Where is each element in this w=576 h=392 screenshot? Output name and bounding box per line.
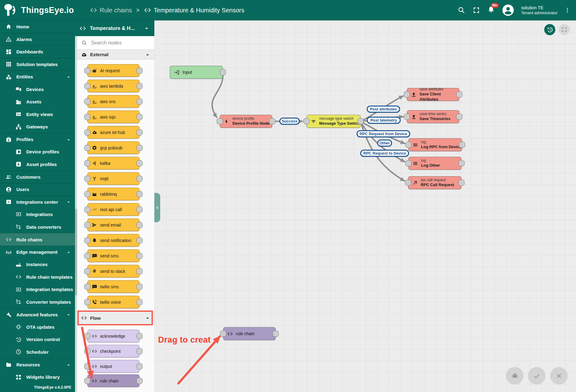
canvas-node-message-type-switch[interactable]: message type switchMessage Type Switch [307, 115, 361, 128]
input-port[interactable] [84, 268, 90, 274]
output-port[interactable] [273, 331, 279, 337]
sidebar-item-scheduler[interactable]: Scheduler [0, 346, 75, 358]
canvas-node-rpc-call-request[interactable]: rpc call requestRPC Call Request [408, 176, 461, 189]
sidebar-item-integrations[interactable]: Integrations [0, 208, 75, 221]
output-port[interactable] [136, 333, 143, 339]
input-port[interactable] [84, 363, 90, 369]
link-label-rpc-request-from-device[interactable]: RPC Request from Device [357, 130, 410, 137]
output-port[interactable] [136, 160, 143, 166]
sidebar-item-alarms[interactable]: Alarms [0, 33, 75, 46]
sidebar-item-data-converters[interactable]: Data converters [0, 221, 75, 233]
sidebar-item-profiles[interactable]: Profiles [0, 133, 75, 146]
input-port[interactable] [404, 91, 410, 98]
chevron-up-icon[interactable] [66, 199, 71, 205]
palette-node-kafka[interactable]: kafka [87, 157, 140, 169]
palette-node-mqtt[interactable]: mqtt [87, 172, 140, 185]
chevron-up-icon[interactable] [66, 362, 71, 368]
palette-node-gcp-pubsub[interactable]: gcp pubsub [87, 141, 140, 154]
avatar[interactable] [502, 4, 514, 16]
palette-node-send-to-slack[interactable]: send to slack [87, 265, 140, 277]
palette-scrollbar-thumb[interactable] [75, 209, 77, 295]
chevron-up-icon[interactable] [66, 74, 71, 80]
output-port[interactable] [136, 83, 143, 89]
input-port[interactable] [84, 191, 90, 197]
input-port[interactable] [84, 83, 90, 89]
more-vert-icon[interactable] [564, 6, 570, 14]
output-port[interactable] [459, 142, 465, 148]
chevron-down-icon[interactable] [143, 25, 150, 32]
output-port[interactable] [136, 268, 143, 274]
output-port[interactable] [220, 69, 226, 75]
sidebar-item-instances[interactable]: Instances [0, 258, 75, 271]
rule-chain-canvas[interactable]: Inputdevice profileDevice Profile Nodeme… [154, 20, 576, 392]
output-port[interactable] [136, 253, 143, 259]
input-port[interactable] [84, 129, 90, 136]
sidebar-item-gateways[interactable]: Gateways [0, 120, 75, 133]
output-port[interactable] [136, 68, 143, 74]
chevron-up-icon[interactable] [144, 315, 151, 321]
sidebar-item-devices[interactable]: Devices [0, 83, 75, 96]
palette-node-checkpoint[interactable]: checkpoint [87, 345, 140, 357]
input-port[interactable] [84, 378, 90, 384]
link-label-success[interactable]: Success [279, 118, 300, 125]
output-port[interactable] [357, 118, 364, 124]
output-port[interactable] [136, 299, 143, 305]
input-port[interactable] [84, 206, 90, 213]
sidebar-item-asset-profiles[interactable]: Asset profiles [0, 158, 75, 171]
palette-node-aws-sqs[interactable]: aaws sqs [87, 111, 140, 123]
palette-node-twilio-voice[interactable]: twilio voice [87, 296, 140, 308]
palette-node-aws-sns[interactable]: aaws sns [87, 95, 140, 108]
input-port[interactable] [303, 118, 310, 124]
input-port[interactable] [405, 180, 411, 186]
palette-header-rule-chain-selector[interactable]: Temperature & H... [75, 20, 154, 36]
canvas-node-log-other[interactable]: logLog Other [408, 157, 461, 170]
brand[interactable]: ThingsEye.io [0, 3, 79, 17]
palette-node-acknowledge[interactable]: acknowledge [87, 330, 140, 342]
sidebar-item-version-control[interactable]: Version control [0, 333, 75, 346]
link-label-rpc-request-to-device[interactable]: RPC Request to Device [360, 150, 409, 157]
input-port[interactable] [84, 68, 90, 74]
fullscreen-icon[interactable] [472, 6, 480, 14]
sidebar-item-home[interactable]: Home [0, 20, 75, 33]
history-button[interactable] [544, 24, 555, 35]
palette-node-rule-chain[interactable]: rule chain [87, 374, 140, 387]
sidebar-item-ota-updates[interactable]: OTA updates [0, 321, 75, 333]
input-port[interactable] [217, 118, 223, 124]
input-port[interactable] [84, 348, 90, 354]
palette-node-ai-request[interactable]: AI request [87, 64, 140, 77]
search-nodes-input[interactable] [90, 40, 144, 46]
palette-node-send-notification[interactable]: send notification [87, 234, 140, 247]
link-label-post-attributes[interactable]: Post attributes [367, 106, 400, 113]
palette-node-rabbitmq[interactable]: rabbitmq [87, 188, 140, 200]
canvas-node-save-client-attributes[interactable]: save attributesSave Client Attributes [407, 88, 459, 101]
sidebar-item-solution-templates[interactable]: Solution templates [0, 58, 75, 71]
output-port[interactable] [458, 160, 465, 166]
palette-section-flow[interactable]: Flow [77, 311, 154, 325]
sidebar-item-edge-management[interactable]: Edge management [0, 246, 75, 258]
output-port[interactable] [458, 180, 465, 186]
output-port[interactable] [136, 129, 143, 136]
palette-collapse-handle[interactable] [154, 193, 160, 222]
sidebar-item-device-profiles[interactable]: Device profiles [0, 145, 75, 158]
palette-node-output[interactable]: output [87, 360, 140, 373]
sidebar-item-rule-chains[interactable]: Rule chains [0, 233, 75, 246]
sidebar-item-rule-chain-templates[interactable]: Rule chain templates [0, 271, 75, 283]
canvas-fullscreen-button[interactable] [559, 24, 570, 35]
input-port[interactable] [84, 253, 90, 259]
chevron-up-icon[interactable] [66, 312, 71, 317]
input-port[interactable] [84, 333, 90, 339]
canvas-node-input[interactable]: Input [170, 66, 223, 79]
output-port[interactable] [136, 191, 143, 197]
output-port[interactable] [136, 98, 143, 105]
user-info[interactable]: solution TE Tenant administrator [521, 5, 557, 15]
sidebar-item-advanced-features[interactable]: Advanced features [0, 308, 75, 321]
sidebar-item-integration-templates[interactable]: Integration templates [0, 283, 75, 296]
chevron-up-icon[interactable] [66, 137, 71, 142]
chevron-up-icon[interactable] [66, 249, 71, 255]
sidebar-item-converter-templates[interactable]: Converter templates [0, 296, 75, 308]
breadcrumb-rule-chains[interactable]: Rule chains [90, 6, 132, 14]
input-port[interactable] [84, 160, 90, 166]
palette-node-azure-iot-hub[interactable]: azure iot hub [87, 126, 140, 139]
palette-node-twilio-sms[interactable]: twilio sms [87, 280, 140, 293]
sidebar-item-users[interactable]: Users [0, 183, 75, 196]
